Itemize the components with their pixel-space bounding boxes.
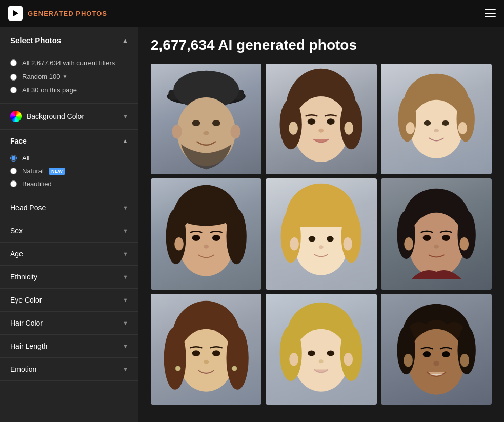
filter-age[interactable]: Age ▼ bbox=[0, 243, 138, 266]
svg-point-7 bbox=[203, 131, 209, 135]
background-color-left: Background Color bbox=[10, 111, 84, 122]
photo-5[interactable] bbox=[266, 178, 376, 289]
photo-9[interactable] bbox=[381, 294, 492, 405]
face-header[interactable]: Face ▲ bbox=[0, 130, 138, 152]
face-beautified-label: Beautified bbox=[22, 180, 52, 188]
svg-point-63 bbox=[175, 366, 180, 371]
svg-point-68 bbox=[340, 326, 362, 381]
page-title: 2,677,634 AI generated photos bbox=[151, 37, 492, 53]
filter-emotion[interactable]: Emotion ▼ bbox=[0, 358, 138, 381]
svg-point-36 bbox=[174, 237, 184, 251]
hamburger-line-2 bbox=[485, 13, 496, 14]
hamburger-menu[interactable] bbox=[485, 9, 496, 17]
svg-point-60 bbox=[192, 350, 200, 356]
photo-grid bbox=[151, 64, 492, 405]
photo-7[interactable] bbox=[151, 294, 261, 405]
svg-point-24 bbox=[442, 120, 449, 126]
photo-1[interactable] bbox=[151, 64, 261, 174]
svg-point-62 bbox=[204, 359, 209, 364]
filter-eye-color-chevron: ▼ bbox=[123, 297, 128, 303]
filter-sex-label: Sex bbox=[10, 227, 23, 235]
filter-hair-color-chevron: ▼ bbox=[123, 320, 128, 326]
filter-ethnicity-label: Ethnicity bbox=[10, 273, 37, 281]
filter-age-chevron: ▼ bbox=[123, 251, 128, 257]
svg-point-8 bbox=[172, 125, 182, 139]
svg-point-27 bbox=[458, 122, 467, 134]
svg-point-70 bbox=[327, 350, 335, 356]
svg-point-64 bbox=[232, 366, 237, 371]
svg-point-43 bbox=[327, 236, 334, 242]
svg-point-51 bbox=[422, 235, 431, 241]
face-natural-label: Natural bbox=[22, 167, 44, 175]
option-all-filters[interactable]: All 2,677,634 with current filters bbox=[10, 58, 128, 68]
svg-point-44 bbox=[319, 246, 324, 249]
select-photos-chevron: ▲ bbox=[122, 37, 128, 44]
face-options: All Natural NEW Beautified bbox=[0, 152, 138, 196]
option-random-label: Random 100 bbox=[22, 73, 60, 81]
svg-point-79 bbox=[397, 326, 415, 374]
filter-emotion-chevron: ▼ bbox=[123, 366, 128, 372]
svg-point-67 bbox=[280, 326, 302, 381]
option-page[interactable]: All 30 on this page bbox=[10, 86, 128, 95]
filter-sex[interactable]: Sex ▼ bbox=[0, 219, 138, 243]
svg-point-72 bbox=[290, 353, 299, 366]
radio-all-filters[interactable] bbox=[10, 59, 17, 66]
svg-point-69 bbox=[308, 350, 315, 356]
svg-point-14 bbox=[308, 118, 316, 125]
logo-text: GENERATED PHOTOS bbox=[28, 10, 107, 17]
svg-point-54 bbox=[404, 237, 413, 251]
svg-point-35 bbox=[204, 245, 209, 249]
random-chevron-icon: ▼ bbox=[62, 74, 67, 79]
option-random[interactable]: Random 100 ▼ bbox=[10, 73, 128, 81]
face-title: Face bbox=[10, 137, 27, 145]
background-color-row[interactable]: Background Color ▼ bbox=[0, 104, 138, 130]
svg-point-59 bbox=[226, 327, 248, 390]
filter-head-pose[interactable]: Head Pose ▼ bbox=[0, 196, 138, 219]
svg-point-33 bbox=[192, 235, 200, 241]
svg-point-82 bbox=[442, 351, 450, 357]
filter-hair-length[interactable]: Hair Length ▼ bbox=[0, 335, 138, 358]
face-chevron: ▲ bbox=[122, 137, 128, 145]
radio-face-beautified[interactable] bbox=[10, 180, 17, 187]
filter-eye-color-label: Eye Color bbox=[10, 296, 42, 304]
header-left: GENERATED PHOTOS bbox=[8, 6, 107, 21]
logo-icon[interactable] bbox=[8, 6, 23, 21]
svg-point-50 bbox=[457, 211, 475, 259]
svg-point-81 bbox=[422, 351, 431, 357]
svg-point-18 bbox=[345, 122, 354, 135]
svg-point-16 bbox=[319, 129, 324, 133]
photo-3[interactable] bbox=[381, 64, 492, 174]
photo-6[interactable] bbox=[381, 178, 492, 289]
face-option-beautified[interactable]: Beautified bbox=[10, 180, 128, 188]
svg-point-85 bbox=[460, 354, 469, 367]
photo-2[interactable] bbox=[266, 64, 376, 174]
svg-point-17 bbox=[289, 122, 298, 135]
photo-4[interactable] bbox=[151, 178, 261, 289]
face-all-label: All bbox=[22, 154, 29, 162]
svg-point-53 bbox=[434, 245, 439, 249]
app-header: GENERATED PHOTOS bbox=[0, 0, 504, 27]
svg-point-26 bbox=[406, 122, 415, 134]
svg-point-23 bbox=[424, 120, 431, 126]
svg-point-71 bbox=[319, 359, 324, 363]
new-badge: NEW bbox=[49, 168, 66, 175]
svg-point-61 bbox=[212, 350, 220, 356]
select-photos-header[interactable]: Select Photos ▲ bbox=[0, 27, 138, 52]
face-option-all[interactable]: All bbox=[10, 154, 128, 162]
filter-ethnicity[interactable]: Ethnicity ▼ bbox=[0, 266, 138, 289]
radio-face-natural[interactable] bbox=[10, 168, 17, 174]
svg-point-40 bbox=[281, 210, 301, 263]
background-color-chevron: ▼ bbox=[123, 113, 128, 119]
svg-point-49 bbox=[397, 211, 415, 259]
filter-eye-color[interactable]: Eye Color ▼ bbox=[0, 289, 138, 312]
filter-head-pose-label: Head Pose bbox=[10, 204, 46, 212]
radio-face-all[interactable] bbox=[10, 155, 17, 162]
filter-hair-length-chevron: ▼ bbox=[123, 343, 128, 349]
random-row: Random 100 ▼ bbox=[22, 73, 67, 81]
svg-point-15 bbox=[327, 118, 335, 125]
face-option-natural[interactable]: Natural NEW bbox=[10, 167, 128, 175]
radio-page[interactable] bbox=[10, 87, 17, 93]
radio-random[interactable] bbox=[10, 74, 17, 81]
photo-8[interactable] bbox=[266, 294, 376, 405]
filter-hair-color[interactable]: Hair Color ▼ bbox=[0, 312, 138, 335]
